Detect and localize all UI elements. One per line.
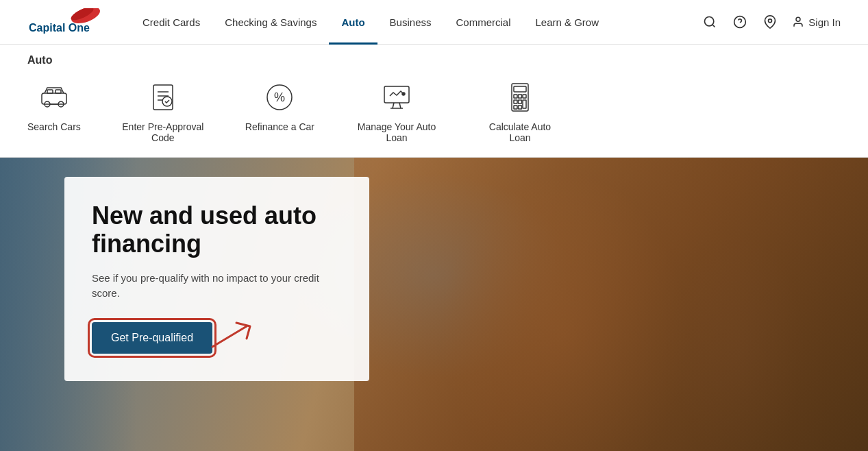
svg-line-4	[712, 25, 715, 27]
search-icon[interactable]	[702, 14, 718, 30]
submenu-refinance[interactable]: % Refinance a Car	[245, 80, 314, 143]
svg-point-3	[705, 17, 714, 26]
calculator-icon	[503, 80, 537, 114]
submenu-calculate[interactable]: Calculate Auto Loan	[479, 80, 561, 143]
hero-card: New and used auto financing See if you p…	[64, 177, 369, 381]
svg-line-24	[399, 103, 401, 108]
svg-point-7	[769, 19, 772, 23]
svg-rect-34	[523, 100, 526, 108]
svg-rect-13	[47, 90, 53, 93]
sign-in-label: Sign In	[808, 16, 841, 28]
nav-checking-savings[interactable]: Checking & Savings	[212, 0, 329, 45]
sign-in-button[interactable]: Sign In	[792, 16, 841, 28]
submenu-pre-approval[interactable]: Enter Pre-Approval Code	[122, 80, 204, 143]
nav-credit-cards[interactable]: Credit Cards	[130, 0, 212, 45]
nav-business[interactable]: Business	[377, 0, 444, 45]
car-icon	[37, 80, 71, 114]
submenu-search-cars[interactable]: Search Cars	[27, 80, 81, 143]
svg-rect-28	[514, 86, 526, 92]
svg-line-37	[212, 326, 247, 347]
submenu-pre-approval-label: Enter Pre-Approval Code	[122, 121, 204, 143]
nav-auto[interactable]: Auto	[329, 0, 377, 45]
get-prequalified-button[interactable]: Get Pre-qualified	[92, 322, 212, 354]
percent-circle-icon: %	[262, 80, 297, 114]
svg-rect-31	[523, 95, 526, 98]
main-nav: Credit Cards Checking & Savings Auto Bus…	[130, 0, 702, 45]
logo[interactable]: Capital One	[27, 8, 103, 36]
svg-rect-32	[514, 100, 517, 103]
cta-wrapper: Get Pre-qualified	[92, 322, 212, 354]
svg-rect-29	[514, 95, 517, 98]
monitor-icon	[380, 80, 414, 114]
svg-text:%: %	[274, 90, 285, 104]
submenu-refinance-label: Refinance a Car	[245, 121, 314, 132]
submenu-title: Auto	[27, 45, 841, 73]
submenu-items-list: Search Cars Enter Pre-Approval Code	[27, 73, 841, 157]
svg-rect-33	[518, 100, 521, 103]
svg-rect-30	[518, 95, 521, 98]
header: Capital One Credit Cards Checking & Savi…	[0, 0, 868, 45]
submenu-calculate-label: Calculate Auto Loan	[479, 121, 561, 143]
submenu-manage-loan-label: Manage Your Auto Loan	[356, 121, 438, 143]
nav-commercial[interactable]: Commercial	[443, 0, 523, 45]
nav-learn-grow[interactable]: Learn & Grow	[523, 0, 612, 45]
svg-point-8	[796, 17, 800, 21]
auto-submenu: Auto Search Cars	[0, 45, 868, 158]
hero-title: New and used auto financing	[92, 202, 342, 258]
hero-section: New and used auto financing See if you p…	[0, 158, 868, 451]
arrow-indicator	[206, 319, 260, 356]
svg-rect-36	[518, 106, 521, 109]
svg-text:Capital One: Capital One	[29, 22, 90, 34]
submenu-search-cars-label: Search Cars	[27, 121, 81, 132]
location-icon[interactable]	[762, 14, 778, 30]
submenu-manage-loan[interactable]: Manage Your Auto Loan	[356, 80, 438, 143]
document-check-icon	[146, 80, 180, 114]
header-actions: Sign In	[702, 14, 841, 30]
svg-rect-14	[55, 90, 61, 93]
help-icon[interactable]	[732, 14, 748, 30]
svg-rect-35	[514, 106, 517, 109]
hero-subtitle: See if you pre-qualify with no impact to…	[92, 271, 342, 302]
svg-point-26	[402, 93, 405, 95]
svg-line-23	[393, 103, 394, 108]
